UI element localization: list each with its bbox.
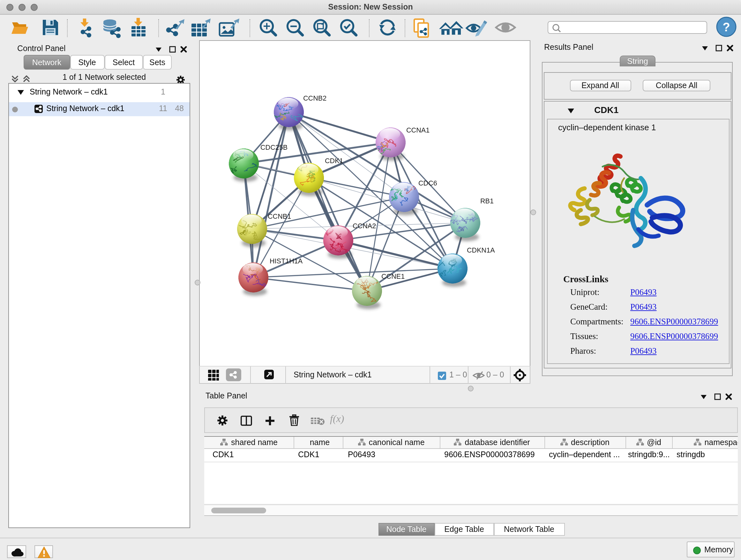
svg-text:CDKN1A: CDKN1A — [467, 246, 495, 254]
svg-text:HIST1H1A: HIST1H1A — [270, 257, 303, 265]
svg-text:RB1: RB1 — [480, 197, 494, 205]
svg-text:CCNE1: CCNE1 — [381, 272, 405, 280]
svg-text:CCNB1: CCNB1 — [268, 212, 291, 220]
svg-text:CCNA2: CCNA2 — [353, 222, 376, 230]
svg-text:CDC6: CDC6 — [418, 179, 437, 187]
svg-text:?: ? — [723, 20, 730, 34]
svg-text:CDC25B: CDC25B — [260, 143, 287, 151]
svg-text:CDK1: CDK1 — [325, 157, 343, 165]
svg-text:CCNA1: CCNA1 — [406, 126, 429, 134]
svg-text:CCNB2: CCNB2 — [303, 94, 327, 102]
